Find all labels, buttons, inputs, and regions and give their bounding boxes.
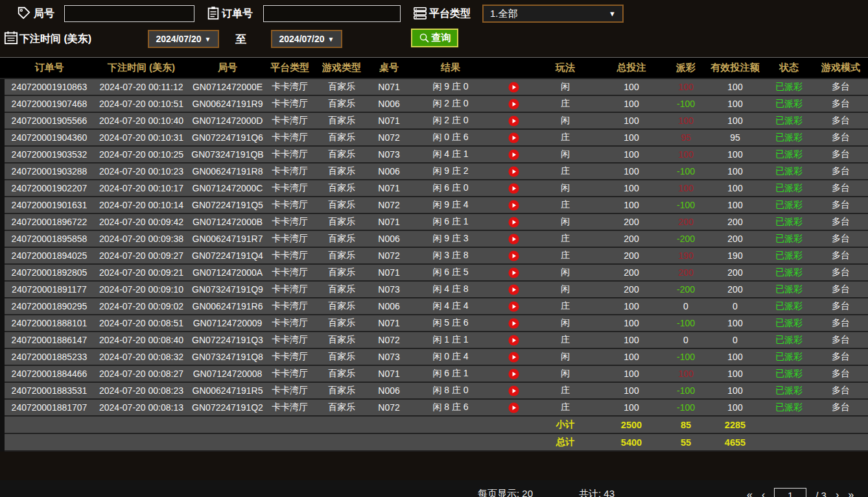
play-icon[interactable] bbox=[493, 234, 534, 245]
cell-play-type: 庄 bbox=[534, 233, 597, 245]
current-page-input[interactable]: 1 bbox=[774, 488, 806, 497]
cell-game-mode: 多台 bbox=[814, 368, 868, 380]
cell-platform: 卡卡湾厅 bbox=[266, 385, 313, 396]
play-icon[interactable] bbox=[493, 250, 534, 261]
cell-play-type: 闲 bbox=[534, 368, 597, 380]
play-icon[interactable] bbox=[493, 217, 534, 228]
cell-platform: 卡卡湾厅 bbox=[266, 351, 313, 363]
next-page-icon[interactable]: › bbox=[836, 489, 839, 497]
cell-total-bet: 100 bbox=[597, 132, 666, 143]
cell-game-type: 百家乐 bbox=[313, 216, 370, 228]
play-icon[interactable] bbox=[493, 99, 534, 110]
cell-order: 240720001890295 bbox=[5, 301, 94, 311]
date-to-select[interactable]: 2024/07/20 ▼ bbox=[271, 30, 342, 48]
col-header-total-bet: 总投注 bbox=[597, 62, 666, 74]
cell-game-type: 百家乐 bbox=[313, 300, 370, 312]
cell-platform: 卡卡湾厅 bbox=[266, 317, 313, 329]
platform-type-select[interactable]: 1.全部 ▼ bbox=[482, 5, 624, 23]
prev-page-icon[interactable]: ‹ bbox=[762, 489, 765, 497]
records-table: 订单号下注时间 (美东)局号平台类型游戏类型桌号结果玩法总投注派彩有效投注额状态… bbox=[0, 57, 868, 452]
query-button[interactable]: 查询 bbox=[411, 29, 458, 47]
cell-round: GN073247191QB bbox=[189, 149, 266, 160]
cell-order: 240720001904360 bbox=[5, 132, 94, 143]
cell-bet-time: 2024-07-20 00:08:27 bbox=[94, 369, 189, 379]
cell-round: GN006247191R9 bbox=[189, 99, 266, 109]
play-icon[interactable] bbox=[493, 352, 534, 363]
play-icon[interactable] bbox=[493, 132, 534, 143]
cell-valid-bet: 0 bbox=[706, 301, 764, 311]
cell-game-mode: 多台 bbox=[814, 132, 868, 143]
last-page-icon[interactable]: » bbox=[848, 489, 854, 497]
play-icon[interactable] bbox=[493, 318, 534, 329]
cell-status: 已派彩 bbox=[764, 199, 814, 211]
cell-bet-time: 2024-07-20 00:09:27 bbox=[94, 250, 189, 261]
round-number-label: 局号 bbox=[34, 7, 54, 21]
first-page-icon[interactable]: « bbox=[747, 489, 753, 497]
pagination-bar: 每页显示: 20 共计: 43 « ‹ 1 / 3 › » bbox=[0, 480, 868, 497]
cell-bet-time: 2024-07-20 00:09:42 bbox=[94, 217, 189, 227]
calendar-icon bbox=[4, 30, 18, 45]
table-row: 2407200018958582024-07-20 00:09:38GN0062… bbox=[5, 231, 868, 248]
play-icon[interactable] bbox=[493, 385, 534, 396]
table-row: 2407200018861472024-07-20 00:08:40GN0722… bbox=[5, 332, 868, 349]
cell-order: 240720001888101 bbox=[5, 318, 94, 328]
cell-total-bet: 100 bbox=[597, 318, 666, 328]
cell-game-mode: 多台 bbox=[814, 233, 868, 245]
subtotal-label: 小计 bbox=[534, 418, 597, 431]
play-icon[interactable] bbox=[493, 267, 534, 278]
play-icon[interactable] bbox=[493, 301, 534, 312]
cell-payout: 0 bbox=[666, 335, 706, 345]
cell-order: 240720001892805 bbox=[5, 267, 94, 278]
cell-round: GN073247191Q9 bbox=[189, 284, 266, 295]
cell-platform: 卡卡湾厅 bbox=[266, 368, 313, 380]
cell-play-type: 闲 bbox=[534, 351, 597, 363]
play-icon[interactable] bbox=[493, 402, 534, 413]
query-button-label: 查询 bbox=[432, 32, 451, 44]
cell-round: GN07124720008 bbox=[189, 369, 266, 379]
play-icon[interactable] bbox=[493, 149, 534, 160]
cell-round: GN07124720009 bbox=[189, 318, 266, 328]
play-icon[interactable] bbox=[493, 166, 534, 177]
cell-game-mode: 多台 bbox=[814, 199, 868, 211]
col-header-game-mode: 游戏模式 bbox=[814, 62, 868, 74]
col-header-valid-bet: 有效投注额 bbox=[706, 62, 764, 74]
play-icon[interactable] bbox=[493, 82, 534, 93]
cell-play-type: 闲 bbox=[534, 182, 597, 194]
date-from-select[interactable]: 2024/07/20 ▼ bbox=[148, 30, 219, 48]
cell-status: 已派彩 bbox=[764, 182, 814, 194]
total-total-bet: 5400 bbox=[597, 437, 666, 448]
cell-order: 240720001903532 bbox=[5, 149, 94, 160]
cell-game-type: 百家乐 bbox=[313, 115, 370, 127]
cell-play-type: 闲 bbox=[534, 81, 597, 93]
play-icon[interactable] bbox=[493, 115, 534, 127]
table-row: 2407200019035322024-07-20 00:10:25GN0732… bbox=[5, 147, 868, 164]
cell-total-bet: 200 bbox=[597, 234, 666, 244]
cell-result: 闲 4 庄 8 bbox=[408, 284, 493, 295]
cell-platform: 卡卡湾厅 bbox=[266, 199, 313, 211]
cell-valid-bet: 95 bbox=[706, 132, 764, 143]
table-row: 2407200019074682024-07-20 00:10:51GN0062… bbox=[5, 96, 868, 113]
col-header-round: 局号 bbox=[189, 62, 266, 74]
cell-valid-bet: 190 bbox=[706, 250, 764, 261]
play-icon[interactable] bbox=[493, 200, 534, 211]
table-body: 2407200019108632024-07-20 00:11:12GN0712… bbox=[0, 79, 868, 417]
order-number-input[interactable] bbox=[263, 5, 401, 22]
play-icon[interactable] bbox=[493, 183, 534, 194]
cell-total-bet: 100 bbox=[597, 335, 666, 345]
table-row: 2407200018902952024-07-20 00:09:02GN0062… bbox=[5, 298, 868, 315]
play-icon[interactable] bbox=[493, 284, 534, 295]
cell-game-type: 百家乐 bbox=[313, 98, 370, 110]
cell-result: 闲 8 庄 6 bbox=[408, 402, 493, 413]
cell-valid-bet: 200 bbox=[706, 267, 764, 278]
date-to-value: 2024/07/20 bbox=[279, 34, 325, 44]
cell-total-bet: 100 bbox=[597, 183, 666, 193]
cell-play-type: 庄 bbox=[534, 132, 597, 143]
betting-records-page: 局号 订单号 平台类型 1.全部 ▼ bbox=[0, 0, 868, 497]
round-number-input[interactable] bbox=[64, 5, 194, 22]
play-icon[interactable] bbox=[493, 335, 534, 346]
cell-play-type: 闲 bbox=[534, 267, 597, 278]
cell-total-bet: 100 bbox=[597, 369, 666, 379]
play-icon[interactable] bbox=[493, 369, 534, 380]
cell-payout: -200 bbox=[666, 284, 706, 295]
cell-game-type: 百家乐 bbox=[313, 317, 370, 329]
